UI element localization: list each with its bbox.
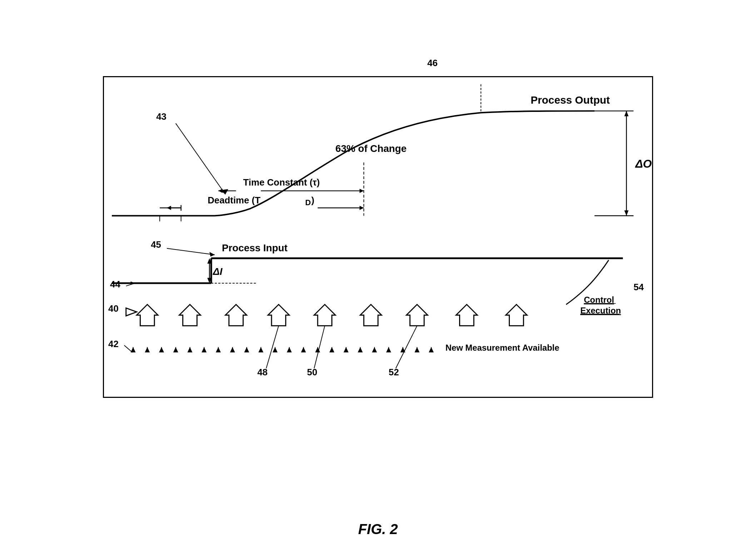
svg-marker-53 (137, 304, 158, 326)
svg-text:40: 40 (108, 303, 119, 313)
svg-text:Process Input: Process Input (222, 242, 288, 253)
svg-marker-37 (209, 252, 215, 256)
svg-rect-91 (218, 347, 219, 351)
page: 46 Process Output 43 63% of Change (0, 0, 756, 538)
svg-marker-25 (624, 111, 628, 116)
svg-marker-59 (406, 304, 428, 326)
svg-text:Execution: Execution (580, 305, 621, 315)
main-box: 46 Process Output 43 63% of Change (103, 76, 653, 398)
svg-line-114 (124, 345, 133, 352)
svg-text:45: 45 (151, 239, 161, 249)
svg-text:42: 42 (108, 339, 119, 349)
svg-text:43: 43 (156, 112, 166, 122)
svg-text:63% of Change: 63% of Change (335, 143, 407, 154)
svg-text:50: 50 (307, 367, 317, 377)
svg-rect-85 (133, 347, 134, 351)
svg-rect-97 (303, 347, 304, 351)
svg-rect-88 (175, 347, 176, 351)
svg-text:Deadtime (T: Deadtime (T (208, 195, 260, 205)
svg-text:ΔO: ΔO (635, 157, 652, 170)
svg-marker-55 (225, 304, 247, 326)
svg-marker-54 (179, 304, 201, 326)
fig-caption: FIG. 2 (358, 521, 398, 537)
svg-text:Time Constant (τ): Time Constant (τ) (243, 177, 320, 187)
svg-rect-106 (431, 347, 432, 351)
svg-marker-19 (359, 206, 364, 210)
svg-line-108 (266, 326, 279, 368)
svg-rect-90 (204, 347, 204, 351)
svg-marker-26 (624, 210, 628, 216)
svg-line-110 (314, 326, 325, 368)
svg-text:52: 52 (389, 367, 399, 377)
svg-line-4 (176, 123, 225, 194)
svg-text:New Measurement Available: New Measurement Available (446, 342, 559, 352)
svg-marker-56 (268, 304, 289, 326)
svg-marker-58 (360, 304, 382, 326)
svg-rect-101 (360, 347, 360, 351)
svg-marker-61 (506, 304, 527, 326)
label-46: 46 (427, 58, 438, 69)
svg-rect-86 (147, 347, 148, 351)
svg-text:54: 54 (633, 282, 644, 292)
svg-rect-95 (275, 347, 275, 351)
svg-marker-10 (218, 188, 223, 193)
svg-marker-57 (314, 304, 335, 326)
diagram-svg: Process Output 43 63% of Change Time Con… (104, 77, 652, 397)
svg-rect-103 (388, 347, 389, 351)
svg-rect-94 (260, 347, 261, 351)
svg-marker-12 (359, 188, 364, 193)
svg-marker-45 (131, 281, 135, 285)
svg-rect-99 (332, 347, 332, 351)
svg-rect-105 (417, 347, 417, 351)
svg-text:ΔI: ΔI (213, 266, 223, 277)
svg-text:D: D (305, 198, 311, 207)
svg-rect-104 (403, 347, 403, 351)
svg-text:): ) (311, 195, 314, 205)
svg-rect-96 (289, 347, 290, 351)
svg-line-36 (167, 248, 215, 255)
svg-text:Control: Control (584, 295, 614, 304)
svg-rect-93 (246, 347, 247, 351)
svg-rect-100 (346, 347, 347, 351)
svg-marker-60 (456, 304, 478, 326)
svg-text:44: 44 (110, 279, 120, 289)
svg-rect-98 (317, 347, 318, 351)
svg-line-112 (396, 326, 417, 368)
svg-rect-87 (161, 347, 162, 351)
svg-text:48: 48 (257, 367, 268, 377)
svg-rect-89 (190, 347, 190, 351)
diagram-wrapper: 46 Process Output 43 63% of Change (74, 55, 682, 484)
svg-marker-52 (126, 308, 137, 316)
svg-rect-92 (232, 347, 233, 351)
svg-text:Process Output: Process Output (531, 94, 610, 106)
svg-rect-102 (374, 347, 375, 351)
